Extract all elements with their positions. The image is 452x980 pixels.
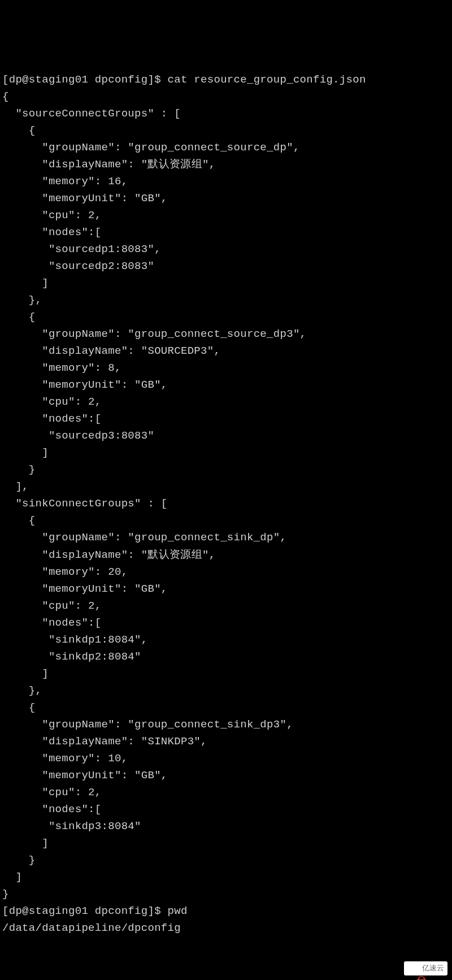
watermark-text: 亿速云 — [422, 962, 444, 974]
json-file-output: { "sourceConnectGroups" : [ { "groupName… — [2, 90, 306, 900]
watermark-badge: 亿速云 — [404, 961, 447, 975]
shell-prompt-1: [dp@staging01 dpconfig]$ — [2, 73, 168, 86]
command-pwd: pwd — [168, 905, 188, 917]
terminal-output[interactable]: [dp@staging01 dpconfig]$ cat resource_gr… — [2, 71, 450, 936]
cloud-logo-icon — [407, 964, 420, 974]
shell-prompt-2: [dp@staging01 dpconfig]$ — [2, 905, 168, 917]
command-cat: cat resource_group_config.json — [168, 73, 366, 86]
pwd-output: /data/datapipeline/dpconfig — [2, 922, 181, 934]
